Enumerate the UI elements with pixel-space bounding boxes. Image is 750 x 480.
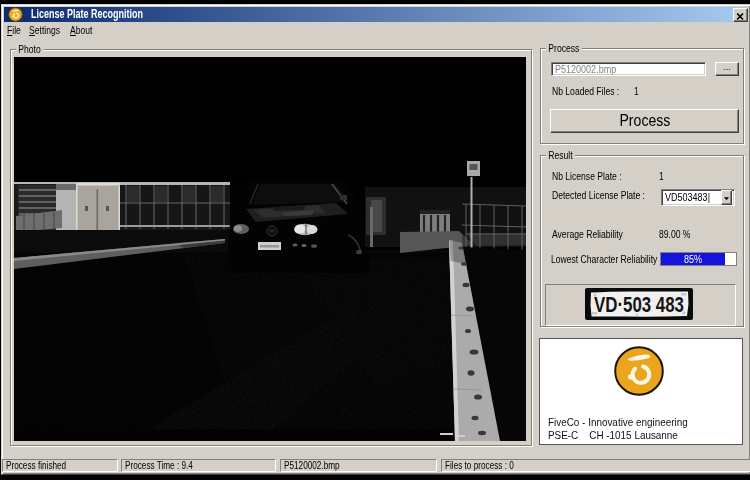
svg-text:VD·503 483: VD·503 483 bbox=[594, 292, 684, 317]
